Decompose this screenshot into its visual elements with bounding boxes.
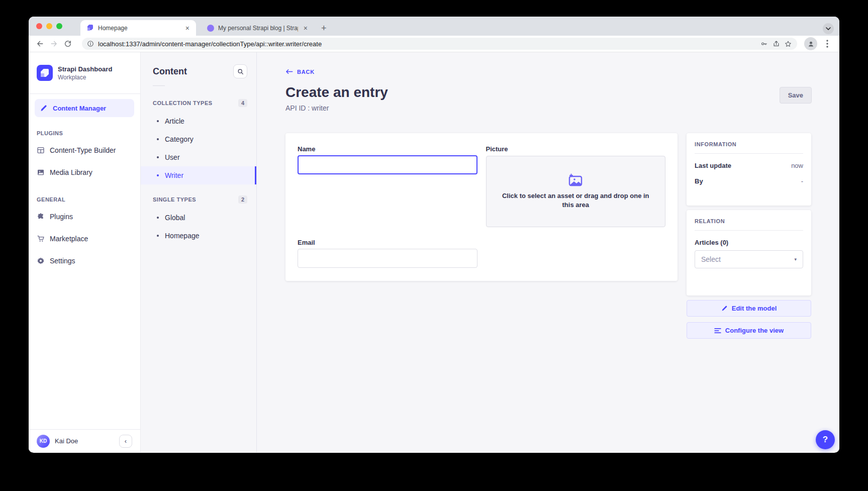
api-id-subtitle: API ID : writer [285,104,811,112]
puzzle-icon [37,213,45,221]
bullet-icon [157,138,159,140]
three-dots-icon [826,40,828,48]
sidebar-section-plugins: PLUGINS [37,130,132,136]
browser-menu-button[interactable] [820,37,834,51]
close-tab-icon[interactable]: × [302,24,309,32]
collection-types-count-badge: 4 [238,99,247,107]
url-bar[interactable]: localhost:1337/admin/content-manager/col… [82,38,797,50]
reload-button[interactable] [61,37,75,51]
sidebar-item-label: Content-Type Builder [50,146,116,154]
window-controls [36,23,62,29]
sidebar-item-label: Content Manager [53,105,106,112]
tab-search-button[interactable] [823,23,834,34]
bullet-icon [157,174,159,176]
back-link[interactable]: BACK [285,69,315,75]
subnav-item-label: Global [165,214,185,222]
zoom-window-button[interactable] [56,23,62,29]
subnav-item-label: User [165,153,180,161]
subnav-item-writer[interactable]: Writer [141,166,256,184]
by-row: By - [695,177,803,185]
sidebar-item-label: Media Library [50,168,92,176]
subnav-item-label: Writer [165,171,183,179]
pen-icon [40,104,48,112]
info-value: now [791,162,803,169]
browser-profile-avatar[interactable] [804,37,817,50]
divider [153,85,165,86]
configure-lines-icon [714,328,721,334]
subnav-item-global[interactable]: Global [141,209,256,227]
select-caret-icon: ▾ [794,257,797,262]
back-button[interactable] [33,37,47,51]
information-heading: INFORMATION [695,141,803,147]
forward-button[interactable] [47,37,61,51]
info-label: Last update [695,162,731,169]
strapi-app: Strapi Dashboard Workplace Content Manag… [29,52,839,452]
image-icon [37,168,45,176]
upload-hint: Click to select an asset or drag and dro… [498,191,653,209]
back-arrow-icon [36,40,44,48]
articles-select[interactable]: Select ▾ [695,250,803,268]
tab-title: My personal Strapi blog | Strap [218,25,298,32]
subnav-item-category[interactable]: Category [141,130,256,148]
email-input[interactable] [298,249,477,268]
single-types-count-badge: 2 [238,195,247,204]
group-label-single-types: SINGLE TYPES [153,197,196,203]
password-key-icon[interactable] [760,40,768,47]
sidebar-footer: KD Kai Doe ‹ [29,429,140,452]
user-name: Kai Doe [55,437,78,445]
help-button[interactable]: ? [816,430,835,449]
picture-field: Picture Click to select an asset or drag… [486,145,666,227]
collapse-sidebar-button[interactable]: ‹ [119,435,132,448]
sidebar-item-label: Settings [50,257,75,265]
bookmark-star-icon[interactable] [784,40,792,48]
action-label: Configure the view [725,327,784,334]
person-icon [807,40,815,48]
minimize-window-button[interactable] [46,23,52,29]
sidebar-item-settings[interactable]: Settings [29,250,140,272]
sidebar-item-plugins[interactable]: Plugins [29,206,140,228]
edit-model-button[interactable]: Edit the model [687,300,811,317]
workspace-subtitle: Workplace [58,74,112,81]
search-icon [237,68,244,75]
share-icon[interactable] [773,40,780,48]
workspace-brand[interactable]: Strapi Dashboard Workplace [29,52,140,94]
close-window-button[interactable] [36,23,42,29]
back-arrow-icon [285,69,293,74]
picture-upload-dropzone[interactable]: Click to select an asset or drag and dro… [486,156,666,227]
subnav-item-homepage[interactable]: Homepage [141,227,256,245]
subnav-item-label: Homepage [165,232,200,240]
search-button[interactable] [233,64,247,78]
name-label: Name [298,145,477,153]
picture-label: Picture [486,145,666,153]
entry-form-card: Name Picture [285,133,678,281]
name-field: Name [298,145,477,174]
close-tab-icon[interactable]: × [184,24,191,32]
tab-blog[interactable]: My personal Strapi blog | Strap × [201,20,314,36]
tab-homepage[interactable]: Homepage × [80,20,196,36]
name-input[interactable] [298,155,477,174]
configure-view-button[interactable]: Configure the view [687,322,811,339]
sidebar-item-media-library[interactable]: Media Library [29,161,140,183]
new-tab-button[interactable]: + [314,23,327,36]
strapi-favicon-icon [86,24,94,32]
sidebar-section-general: GENERAL [37,197,132,203]
sidebar-item-marketplace[interactable]: Marketplace [29,228,140,250]
page-title: Create an entry [285,84,811,101]
cart-icon [37,235,45,243]
url-text: localhost:1337/admin/content-manager/col… [98,40,756,48]
sidebar-item-content-type-builder[interactable]: Content-Type Builder [29,139,140,161]
subnav-item-article[interactable]: Article [141,112,256,130]
layout-grid-icon [37,146,45,154]
bullet-icon [157,217,159,219]
group-label-collection-types: COLLECTION TYPES [153,100,213,106]
email-label: Email [298,239,477,246]
save-button[interactable]: Save [780,87,812,104]
main-panel: BACK Create an entry API ID : writer Sav… [257,52,839,452]
chevron-down-icon [826,27,831,30]
user-avatar[interactable]: KD [37,435,50,448]
info-label: By [695,177,703,185]
sidebar-item-content-manager[interactable]: Content Manager [35,99,134,117]
subnav-item-user[interactable]: User [141,148,256,166]
workspace-title: Strapi Dashboard [58,65,112,73]
sidebar-item-label: Plugins [50,213,73,221]
